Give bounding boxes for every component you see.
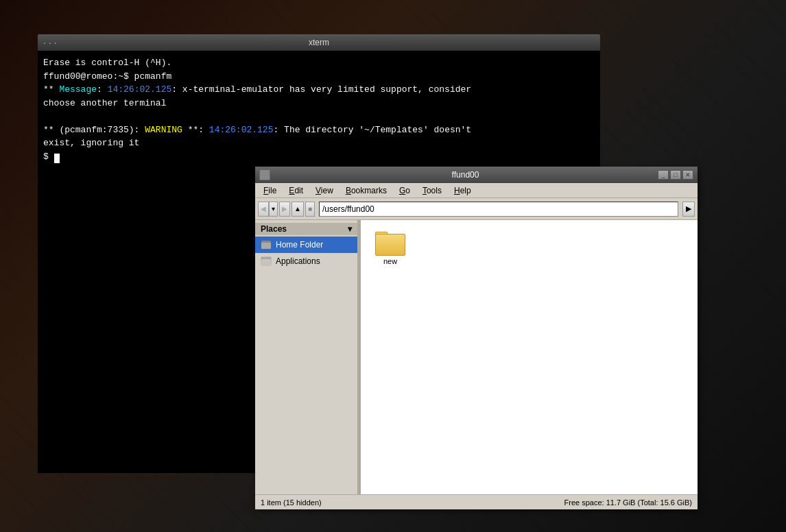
xterm-title: xterm bbox=[71, 38, 567, 47]
stop-button[interactable]: ■ bbox=[305, 202, 315, 217]
fm-statusbar: 1 item (15 hidden) Free space: 11.7 GiB … bbox=[255, 494, 698, 509]
svg-rect-5 bbox=[263, 257, 265, 259]
fm-address-bar[interactable]: /users/ffund00 bbox=[319, 202, 678, 217]
up-button[interactable]: ▲ bbox=[291, 202, 304, 217]
xterm-dot-1: · bbox=[43, 37, 46, 48]
xterm-line-2: ffund00@romeo:~$ pcmanfm bbox=[43, 70, 595, 84]
statusbar-item-count: 1 item (15 hidden) bbox=[261, 498, 322, 507]
xterm-dot-3: · bbox=[54, 37, 57, 48]
fm-menubar: File Edit View Bookmarks Go Tools Help bbox=[255, 183, 698, 198]
menu-go[interactable]: Go bbox=[394, 184, 416, 197]
sidebar-item-home-folder[interactable]: Home Folder bbox=[255, 237, 357, 253]
home-folder-label: Home Folder bbox=[276, 240, 323, 250]
folder-item-new[interactable]: new bbox=[366, 226, 414, 268]
menu-tools[interactable]: Tools bbox=[417, 184, 447, 197]
back-button[interactable]: ◀ bbox=[258, 202, 269, 217]
applications-icon bbox=[261, 256, 272, 267]
svg-rect-4 bbox=[261, 259, 271, 265]
menu-bookmarks[interactable]: Bookmarks bbox=[340, 184, 392, 197]
xterm-line-6: ** (pcmanfm:7335): WARNING **: 14:26:02.… bbox=[43, 123, 595, 137]
menu-file[interactable]: File bbox=[258, 184, 282, 197]
places-arrow-icon: ▾ bbox=[348, 224, 352, 234]
sidebar-item-applications[interactable]: Applications bbox=[255, 253, 357, 269]
fm-toolbar: ◀ ▾ ▶ ▲ ■ /users/ffund00 ▶ bbox=[255, 198, 698, 220]
xterm-line-3: ** Message: 14:26:02.125: x-terminal-emu… bbox=[43, 83, 595, 97]
menu-edit[interactable]: Edit bbox=[283, 184, 309, 197]
fm-win-controls: _ □ ✕ bbox=[658, 170, 693, 180]
xterm-line-1: Erase is control-H (^H). bbox=[43, 56, 595, 70]
svg-rect-2 bbox=[263, 241, 265, 243]
places-label: Places bbox=[261, 224, 287, 234]
menu-help[interactable]: Help bbox=[449, 184, 477, 197]
fm-titlebar: ffund00 _ □ ✕ bbox=[255, 167, 698, 183]
xterm-dot-2: · bbox=[49, 37, 51, 48]
fm-sidebar: Places ▾ Home Folder Applications bbox=[255, 220, 358, 494]
xterm-controls-left: · · · bbox=[43, 37, 71, 48]
menu-view[interactable]: View bbox=[310, 184, 339, 197]
forward-button[interactable]: ▶ bbox=[279, 202, 290, 217]
home-folder-icon bbox=[261, 239, 272, 250]
fm-main[interactable]: new bbox=[361, 220, 698, 494]
fm-title-icon bbox=[259, 169, 270, 180]
xterm-line-7: exist, ignoring it bbox=[43, 136, 595, 150]
xterm-line-4: choose another terminal bbox=[43, 97, 595, 110]
applications-label: Applications bbox=[276, 256, 320, 266]
nav-arrows: ◀ ▾ bbox=[258, 202, 278, 217]
fm-close-button[interactable]: ✕ bbox=[682, 170, 693, 180]
statusbar-free-space: Free space: 11.7 GiB (Total: 15.6 GiB) bbox=[564, 498, 692, 507]
fm-titlebar-left bbox=[259, 169, 273, 180]
svg-rect-1 bbox=[261, 243, 271, 249]
fm-maximize-button[interactable]: □ bbox=[670, 170, 681, 180]
fm-title: ffund00 bbox=[273, 170, 658, 180]
fm-minimize-button[interactable]: _ bbox=[658, 170, 669, 180]
file-manager-window: ffund00 _ □ ✕ File Edit View Bookmarks G… bbox=[255, 167, 698, 509]
xterm-cursor bbox=[54, 154, 60, 163]
xterm-prompt-line: $ bbox=[43, 150, 595, 164]
folder-label-new: new bbox=[383, 257, 397, 265]
fm-go-button[interactable]: ▶ bbox=[682, 202, 695, 217]
address-text: /users/ffund00 bbox=[322, 204, 374, 214]
folder-body bbox=[375, 234, 405, 256]
fm-content: Places ▾ Home Folder Applications bbox=[255, 220, 698, 494]
xterm-titlebar: · · · xterm bbox=[38, 34, 600, 51]
back-dropdown-button[interactable]: ▾ bbox=[269, 202, 278, 217]
xterm-line-5 bbox=[43, 110, 595, 123]
folder-icon-new bbox=[374, 228, 407, 256]
fm-sidebar-header: Places ▾ bbox=[255, 223, 357, 235]
